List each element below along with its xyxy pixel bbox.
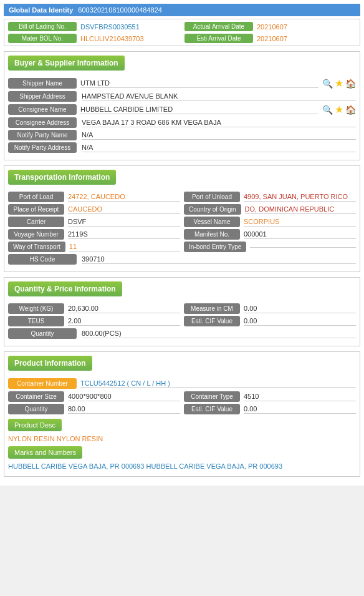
transportation-header: Transportation Information (8, 170, 116, 185)
quantity-row: Quantity 800.00(PCS) (8, 328, 356, 339)
notify-party-address-label: Notify Party Address (8, 142, 77, 153)
measure-in-cm-label: Measure in CM (184, 303, 240, 314)
weight-label: Weight (KG) (8, 303, 64, 314)
way-of-transport-pair: Way of Transport 11 (8, 242, 180, 252)
measure-in-cm-value: 0.00 (244, 305, 356, 313)
shipper-address-value: HAMPSTEAD AVENUE BLANK (82, 92, 356, 101)
weight-value: 20,630.00 (68, 305, 180, 313)
shipper-name-value: UTM LTD (80, 79, 318, 88)
buyer-supplier-header: Buyer & Supplier Information (8, 56, 125, 71)
port-row: Port of Load 24722, CAUCEDO Port of Unlo… (8, 192, 356, 202)
vessel-name-pair: Vessel Name SCORPIUS (184, 217, 356, 227)
consignee-home-icon[interactable]: 🏠 (345, 105, 356, 115)
consignee-name-value: HUBBELL CARBIDE LIMITED (80, 105, 318, 114)
product-quantity-cif-row: Quantity 80.00 Esti. CIF Value 0.00 (8, 404, 356, 414)
voyage-number-label: Voyage Number (8, 229, 64, 240)
esti-arrival-label: Esti Arrival Date (184, 34, 253, 43)
in-bond-entry-label: In-bond Entry Type (184, 242, 246, 252)
vessel-name-label: Vessel Name (184, 217, 240, 227)
container-type-label: Container Type (184, 391, 240, 402)
container-type-value: 4510 (244, 393, 356, 401)
hs-code-label: HS Code (8, 254, 77, 265)
consignee-name-row: Consignee Name HUBBELL CARBIDE LIMITED 🔍… (8, 104, 356, 115)
place-country-row: Place of Receipt CAUCEDO Country of Orig… (8, 204, 356, 215)
country-of-origin-pair: Country of Origin DO, DOMINICAN REPUBLIC (184, 204, 356, 215)
product-header: Product Information (8, 356, 92, 371)
weight-pair: Weight (KG) 20,630.00 (8, 303, 180, 314)
place-of-receipt-value: CAUCEDO (68, 205, 180, 214)
marks-numbers-button[interactable]: Marks and Numbers (8, 446, 82, 459)
container-size-type-row: Container Size 4000*900*800 Container Ty… (8, 391, 356, 402)
container-number-row: Container Number TCLU5442512 ( CN / L / … (8, 378, 356, 389)
place-of-receipt-pair: Place of Receipt CAUCEDO (8, 204, 180, 215)
mater-bol-label: Mater BOL No. (8, 34, 77, 43)
mater-bol-row: Mater BOL No. HLCULIV210439703 (8, 34, 180, 43)
way-of-transport-label: Way of Transport (8, 242, 65, 252)
voyage-number-value: 2119S (68, 230, 180, 239)
esti-arrival-row: Esti Arrival Date 20210607 (184, 34, 356, 43)
carrier-value: DSVF (68, 218, 180, 227)
carrier-pair: Carrier DSVF (8, 217, 180, 227)
consignee-address-label: Consignee Address (8, 117, 77, 128)
port-of-load-pair: Port of Load 24722, CAUCEDO (8, 192, 180, 202)
search-icon[interactable]: 🔍 (322, 79, 333, 89)
container-size-pair: Container Size 4000*900*800 (8, 391, 180, 402)
product-quantity-label: Quantity (8, 404, 64, 414)
consignee-search-icon[interactable]: 🔍 (322, 105, 333, 115)
in-bond-entry-pair: In-bond Entry Type (184, 242, 356, 252)
product-esti-cif-pair: Esti. CIF Value 0.00 (184, 404, 356, 414)
quantity-value: 800.00(PCS) (82, 330, 356, 338)
vessel-name-value: SCORPIUS (244, 218, 356, 227)
buyer-supplier-section: Buyer & Supplier Information Shipper Nam… (4, 51, 360, 160)
consignee-address-value: VEGA BAJA 17 3 ROAD 686 KM VEGA BAJA (82, 119, 356, 127)
product-desc-text: NYLON RESIN NYLON RESIN (8, 435, 356, 442)
actual-arrival-value: 20210607 (257, 23, 287, 31)
manifest-no-label: Manifest No. (184, 229, 240, 240)
carrier-vessel-row: Carrier DSVF Vessel Name SCORPIUS (8, 217, 356, 227)
product-esti-cif-label: Esti. CIF Value (184, 404, 240, 414)
product-quantity-pair: Quantity 80.00 (8, 404, 180, 414)
shipper-icons: 🔍 ★ 🏠 (322, 77, 356, 89)
shipper-address-label: Shipper Address (8, 91, 77, 102)
bill-of-lading-value: DSVFBRS0030551 (80, 23, 140, 31)
product-desc-button[interactable]: Product Desc (8, 419, 62, 431)
container-number-value: TCLU5442512 ( CN / L / HH ) (80, 379, 356, 388)
top-fields-section: Bill of Lading No. DSVFBRS0030551 Actual… (4, 19, 360, 46)
port-of-load-label: Port of Load (8, 192, 64, 202)
bill-of-lading-label: Bill of Lading No. (8, 22, 77, 31)
actual-arrival-label: Actual Arrival Date (184, 22, 253, 31)
manifest-no-pair: Manifest No. 000001 (184, 229, 356, 240)
place-of-receipt-label: Place of Receipt (8, 204, 64, 215)
container-size-label: Container Size (8, 391, 64, 402)
marks-numbers-text: HUBBELL CARIBE VEGA BAJA, PR 000693 HUBB… (8, 462, 356, 470)
shipper-name-label: Shipper Name (8, 78, 77, 89)
teus-cif-row: TEUS 2.00 Esti. CIF Value 0.00 (8, 316, 356, 326)
carrier-label: Carrier (8, 217, 64, 227)
notify-party-address-row: Notify Party Address N/A (8, 142, 356, 153)
quantity-label: Quantity (8, 328, 77, 339)
weight-measure-row: Weight (KG) 20,630.00 Measure in CM 0.00 (8, 303, 356, 314)
notify-party-name-label: Notify Party Name (8, 130, 77, 140)
country-of-origin-value: DO, DOMINICAN REPUBLIC (245, 205, 356, 214)
in-bond-entry-value (250, 247, 356, 248)
port-of-unload-label: Port of Unload (184, 192, 240, 202)
esti-cif-pair: Esti. CIF Value 0.00 (184, 316, 356, 326)
port-of-load-value: 24722, CAUCEDO (68, 193, 180, 202)
measure-in-cm-pair: Measure in CM 0.00 (184, 303, 356, 314)
way-inbond-row: Way of Transport 11 In-bond Entry Type (8, 242, 356, 252)
voyage-manifest-row: Voyage Number 2119S Manifest No. 000001 (8, 229, 356, 240)
notify-party-address-value: N/A (82, 144, 356, 152)
esti-cif-label: Esti. CIF Value (184, 316, 240, 326)
notify-party-name-row: Notify Party Name N/A (8, 130, 356, 140)
esti-arrival-value: 20210607 (257, 35, 287, 42)
star-icon[interactable]: ★ (335, 77, 343, 89)
bill-of-lading-row: Bill of Lading No. DSVFBRS0030551 (8, 22, 180, 31)
teus-pair: TEUS 2.00 (8, 316, 180, 326)
hs-code-row: HS Code 390710 (8, 254, 356, 265)
teus-label: TEUS (8, 316, 64, 326)
consignee-star-icon[interactable]: ★ (335, 104, 343, 115)
page-wrapper: Global Data Identity 6003202108100000484… (0, 0, 364, 486)
teus-value: 2.00 (68, 317, 180, 326)
home-icon[interactable]: 🏠 (345, 79, 356, 89)
way-of-transport-value: 11 (69, 243, 180, 252)
